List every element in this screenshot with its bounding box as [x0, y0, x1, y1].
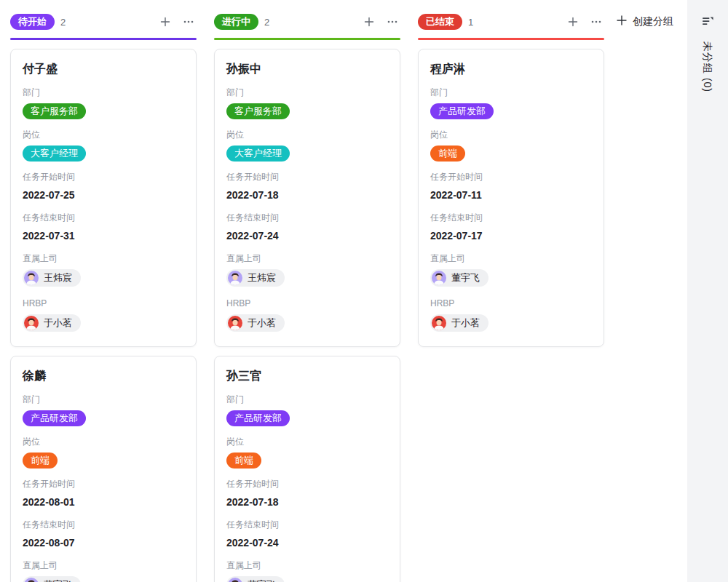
- field-label-end-time: 任务结束时间: [226, 519, 388, 531]
- hrbp-chip[interactable]: 于小茗: [430, 314, 488, 332]
- kanban-column-done: 已结束 1 程庐淋 部门 产品研发部: [418, 13, 604, 582]
- field-label-start-time: 任务开始时间: [226, 478, 388, 490]
- person-name: 于小茗: [451, 316, 480, 330]
- person-avatar-icon: [432, 271, 446, 285]
- field-label-department: 部门: [430, 87, 592, 99]
- field-label-start-time: 任务开始时间: [226, 171, 388, 183]
- person-avatar-icon: [24, 578, 39, 582]
- create-group-button[interactable]: 创建分组: [616, 15, 673, 28]
- end-date-value: 2022-07-24: [226, 535, 388, 550]
- supervisor-chip[interactable]: 董宇飞: [23, 576, 81, 582]
- column-more-icon[interactable]: [384, 14, 400, 30]
- person-name: 董宇飞: [44, 578, 72, 582]
- field-label-department: 部门: [226, 394, 388, 406]
- card-title: 付子盛: [23, 61, 184, 77]
- column-header: 已结束 1: [418, 13, 604, 31]
- plus-icon: [616, 15, 628, 28]
- card-title: 程庐淋: [430, 61, 592, 77]
- kanban-column-todo: 待开始 2 付子盛 部门 客户服务部: [10, 13, 197, 582]
- department-tag[interactable]: 产品研发部: [23, 410, 86, 426]
- field-label-position: 岗位: [430, 129, 592, 141]
- column-color-line: [214, 38, 400, 40]
- group-count: 1: [468, 17, 565, 28]
- column-color-line: [418, 38, 604, 40]
- card-title: 孙振中: [226, 61, 388, 77]
- person-name: 于小茗: [44, 316, 72, 330]
- column-color-line: [10, 38, 197, 40]
- group-status-badge: 进行中: [214, 14, 258, 30]
- person-name: 王炜宸: [248, 271, 276, 284]
- person-name: 于小茗: [248, 316, 276, 330]
- column-header: 待开始 2: [10, 13, 197, 31]
- field-label-department: 部门: [226, 87, 388, 99]
- kanban-card[interactable]: 程庐淋 部门 产品研发部 岗位 前端 任务开始时间 2022-07-11 任务: [418, 49, 604, 347]
- field-label-supervisor: 直属上司: [23, 559, 184, 572]
- field-label-hrbp: HRBP: [430, 298, 592, 310]
- person-avatar-icon: [228, 271, 242, 285]
- add-card-icon[interactable]: [157, 14, 173, 30]
- position-tag[interactable]: 大客户经理: [23, 146, 86, 162]
- supervisor-chip[interactable]: 王炜宸: [23, 269, 81, 287]
- kanban-card[interactable]: 徐麟 部门 产品研发部 岗位 前端 任务开始时间 2022-08-01 任务结: [10, 356, 197, 582]
- department-tag[interactable]: 客户服务部: [226, 103, 290, 119]
- column-more-icon[interactable]: [181, 14, 197, 30]
- person-avatar-icon: [432, 316, 446, 330]
- field-label-end-time: 任务结束时间: [23, 519, 184, 531]
- field-label-start-time: 任务开始时间: [23, 171, 184, 183]
- person-avatar-icon: [24, 271, 39, 285]
- supervisor-chip[interactable]: 董宇飞: [430, 269, 488, 287]
- ungrouped-panel[interactable]: 未分组 (0): [687, 0, 728, 582]
- group-status-badge: 已结束: [418, 14, 462, 30]
- kanban-board: 待开始 2 付子盛 部门 客户服务部: [0, 0, 728, 582]
- add-card-icon[interactable]: [565, 14, 581, 30]
- column-more-icon[interactable]: [588, 14, 604, 30]
- add-card-icon[interactable]: [361, 14, 377, 30]
- end-date-value: 2022-07-31: [23, 228, 184, 243]
- hrbp-chip[interactable]: 于小茗: [226, 314, 285, 332]
- start-date-value: 2022-08-01: [23, 495, 184, 509]
- position-tag[interactable]: 大客户经理: [226, 146, 290, 162]
- position-tag[interactable]: 前端: [23, 453, 58, 469]
- department-tag[interactable]: 产品研发部: [226, 410, 290, 426]
- end-date-value: 2022-07-17: [430, 228, 592, 243]
- field-label-supervisor: 直属上司: [430, 252, 592, 265]
- field-label-start-time: 任务开始时间: [23, 478, 184, 490]
- person-name: 董宇飞: [451, 271, 480, 284]
- expand-group-icon[interactable]: [701, 15, 714, 31]
- card-list: 程庐淋 部门 产品研发部 岗位 前端 任务开始时间 2022-07-11 任务: [418, 49, 604, 347]
- field-label-position: 岗位: [23, 129, 184, 141]
- supervisor-chip[interactable]: 董宇飞: [226, 576, 285, 582]
- person-name: 董宇飞: [248, 578, 276, 582]
- ungrouped-label: 未分组 (0): [700, 41, 713, 92]
- field-label-position: 岗位: [226, 129, 388, 141]
- person-name: 王炜宸: [44, 271, 72, 284]
- create-group-label: 创建分组: [633, 15, 673, 28]
- field-label-start-time: 任务开始时间: [430, 171, 592, 183]
- start-date-value: 2022-07-18: [226, 188, 388, 202]
- field-label-end-time: 任务结束时间: [226, 212, 388, 224]
- card-title: 孙三官: [226, 368, 388, 384]
- position-tag[interactable]: 前端: [226, 453, 261, 469]
- kanban-card[interactable]: 孙振中 部门 客户服务部 岗位 大客户经理 任务开始时间 2022-07-18: [214, 49, 400, 347]
- person-avatar-icon: [228, 316, 242, 330]
- position-tag[interactable]: 前端: [430, 146, 465, 162]
- field-label-supervisor: 直属上司: [226, 252, 388, 265]
- group-status-badge: 待开始: [10, 14, 55, 30]
- card-title: 徐麟: [23, 368, 184, 384]
- person-avatar-icon: [24, 316, 39, 330]
- kanban-card[interactable]: 付子盛 部门 客户服务部 岗位 大客户经理 任务开始时间 2022-07-25: [10, 49, 197, 347]
- kanban-columns: 待开始 2 付子盛 部门 客户服务部: [0, 0, 728, 582]
- supervisor-chip[interactable]: 王炜宸: [226, 269, 285, 287]
- hrbp-chip[interactable]: 于小茗: [23, 314, 81, 332]
- field-label-supervisor: 直属上司: [23, 252, 184, 265]
- kanban-card[interactable]: 孙三官 部门 产品研发部 岗位 前端 任务开始时间 2022-07-18 任务: [214, 356, 400, 582]
- end-date-value: 2022-08-07: [23, 535, 184, 550]
- department-tag[interactable]: 客户服务部: [23, 103, 86, 119]
- group-count: 2: [60, 17, 157, 28]
- field-label-position: 岗位: [23, 436, 184, 448]
- field-label-hrbp: HRBP: [23, 298, 184, 310]
- start-date-value: 2022-07-11: [430, 188, 592, 202]
- department-tag[interactable]: 产品研发部: [430, 103, 494, 119]
- start-date-value: 2022-07-25: [23, 188, 184, 202]
- end-date-value: 2022-07-24: [226, 228, 388, 243]
